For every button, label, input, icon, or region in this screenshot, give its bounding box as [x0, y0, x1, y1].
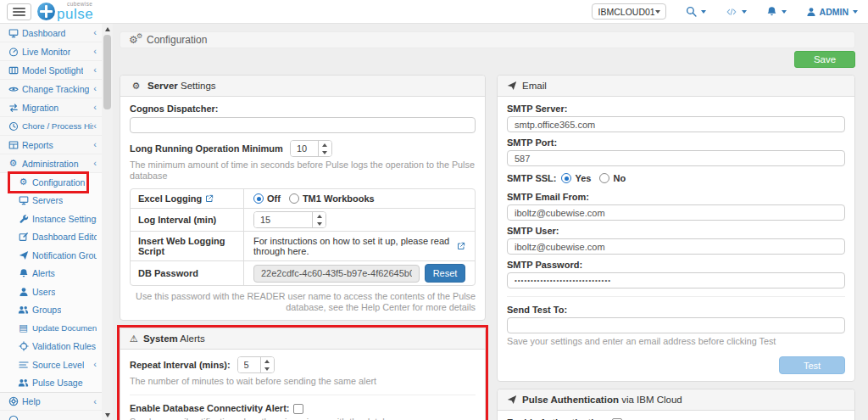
save-button[interactable]: Save	[794, 51, 855, 68]
sidebar-item-chore-process-history[interactable]: Chore / Process History ‹	[0, 117, 102, 136]
smtp-ssl-label: SMTP SSL:	[507, 173, 556, 184]
sidebar-item-administration[interactable]: ⚙ Administration ‹	[0, 154, 102, 173]
excel-logging-tm1-workbooks-radio[interactable]	[289, 193, 299, 204]
sidebar-item-servers[interactable]: Servers	[0, 192, 102, 210]
spin-up-button[interactable]	[319, 141, 331, 148]
sidebar-scrollbar	[102, 24, 113, 420]
sidebar-item-help[interactable]: Help ‹	[0, 392, 102, 411]
gears-icon: ⚙	[7, 159, 19, 168]
sidebar-item-reports[interactable]: Reports ‹	[0, 136, 102, 154]
clock-icon	[7, 121, 19, 132]
code-menu-button[interactable]	[726, 7, 747, 17]
excel-logging-off-radio[interactable]	[253, 193, 264, 204]
scroll-down-button[interactable]	[102, 410, 113, 420]
chevron-left-icon: ‹	[93, 103, 97, 112]
cognos-dispatcher-input[interactable]	[130, 117, 476, 133]
enable-db-connectivity-alert-label: Enable Database Connectivity Alert:	[130, 403, 289, 414]
paper-plane-icon	[17, 250, 30, 260]
system-alerts-panel: ⚠ System Alerts Repeat Interval (mins):	[120, 328, 486, 420]
email-header: Email	[498, 76, 854, 97]
enable-db-connectivity-alert-checkbox[interactable]	[293, 404, 303, 414]
server-select[interactable]: IBMCLOUD01	[592, 3, 666, 20]
external-link-icon[interactable]	[457, 242, 465, 250]
code-icon	[726, 7, 737, 17]
paper-plane-icon	[507, 395, 517, 405]
server-settings-header: ⚙ Server Settings	[120, 76, 485, 97]
pulse-configuration-page: { "colors": { "accent_blue": "#337ab7", …	[0, 0, 868, 420]
triangle-down-icon	[105, 413, 110, 417]
sidebar-item-users[interactable]: Users	[0, 283, 102, 301]
spin-up-button[interactable]	[313, 212, 326, 220]
chevron-left-icon: ‹	[93, 397, 97, 406]
sidebar-item-groups[interactable]: Groups	[0, 301, 102, 320]
cogs-icon: ⚙⚙	[129, 34, 142, 46]
sidebar-item-validation-rules[interactable]: Validation Rules	[0, 338, 102, 356]
search-icon	[686, 6, 697, 17]
pulse-authentication-header: Pulse Authentication via IBM Cloud	[498, 389, 854, 411]
long-running-help-text: The minimum amount of time in seconds be…	[130, 160, 476, 182]
monitor-icon	[17, 195, 30, 205]
sidebar-item-pulse-usage[interactable]: Pulse Usage	[0, 374, 102, 393]
admin-menu-button[interactable]: ADMIN	[806, 7, 858, 17]
web-logging-text: For instructions on how to set it up, pl…	[253, 236, 453, 256]
scroll-up-button[interactable]	[102, 24, 113, 34]
sidebar-item-dashboard[interactable]: Dashboard ‹	[0, 24, 102, 42]
brand-name-text: pulse	[57, 7, 93, 21]
chevron-left-icon: ‹	[93, 28, 97, 37]
sidebar-item-notification-groups[interactable]: Notification Groups	[0, 246, 102, 265]
main-content: ⚙⚙ Configuration Save ⚙ Server Settings …	[113, 24, 868, 420]
sidebar-item-source-level[interactable]: Source Level ‹	[0, 356, 102, 374]
sidebar-item-alerts[interactable]: Alerts	[0, 265, 102, 283]
smtp-email-from-input[interactable]	[507, 204, 845, 221]
long-running-minimum-label: Long Running Operation Minimum	[130, 143, 283, 154]
smtp-server-label: SMTP Server:	[507, 104, 567, 115]
sidebar-item-change-tracking[interactable]: Change Tracking ‹	[0, 80, 102, 98]
sidebar-item-configuration[interactable]: ⚙ Configuration	[0, 173, 102, 192]
sidebar-item-partial[interactable]	[0, 411, 102, 420]
smtp-ssl-yes-radio[interactable]	[561, 173, 571, 183]
sidebar-item-migration[interactable]: Migration ‹	[0, 98, 102, 117]
smtp-password-input[interactable]	[507, 272, 845, 288]
log-interval-spinner	[253, 211, 326, 228]
external-link-icon[interactable]	[205, 194, 214, 203]
repeat-interval-help-text: The number of minutes to wait before sen…	[130, 376, 476, 387]
web-logging-label: Insert Web Logging Script	[138, 236, 236, 256]
search-menu-button[interactable]	[686, 6, 706, 17]
spin-down-button[interactable]	[319, 148, 331, 156]
long-running-minimum-input[interactable]	[291, 141, 318, 156]
spin-up-button[interactable]	[261, 357, 274, 365]
sidebar-item-dashboard-editor[interactable]: Dashboard Editor	[0, 228, 102, 247]
gear-icon: ⚙	[17, 177, 30, 187]
spin-down-button[interactable]	[261, 365, 274, 372]
smtp-port-input[interactable]	[507, 150, 845, 166]
test-button[interactable]: Test	[779, 356, 845, 374]
pulse-authentication-panel: Pulse Authentication via IBM Cloud Enabl…	[497, 389, 855, 420]
send-test-to-input[interactable]	[507, 317, 845, 333]
pulse-logo: cubewise pulse	[37, 2, 93, 22]
chevron-left-icon: ‹	[93, 360, 97, 369]
smtp-ssl-no-radio[interactable]	[599, 173, 609, 183]
smtp-email-from-label: SMTP Email From:	[507, 192, 589, 203]
send-test-to-label: Send Test To:	[507, 305, 567, 316]
server-settings-panel: ⚙ Server Settings Cognos Dispatcher: Lon…	[120, 75, 486, 321]
sidebar-item-update-documentation[interactable]: ▤ Update Documentation	[0, 319, 102, 338]
menu-toggle-button[interactable]	[7, 3, 31, 20]
log-interval-input[interactable]	[254, 212, 312, 227]
gauge-icon	[7, 47, 19, 57]
repeat-interval-input[interactable]	[238, 357, 260, 372]
save-row: Save	[120, 51, 855, 68]
db-password-input	[253, 265, 420, 283]
eye-icon	[7, 84, 19, 94]
notifications-menu-button[interactable]	[766, 6, 787, 17]
smtp-user-input[interactable]	[507, 238, 845, 255]
sidebar-item-model-spotlight[interactable]: Model Spotlight ‹	[0, 61, 102, 80]
sidebar-item-instance-settings[interactable]: Instance Settings	[0, 210, 102, 228]
reset-password-button[interactable]: Reset	[425, 264, 465, 283]
sidebar-item-live-monitor[interactable]: Live Monitor ‹	[0, 42, 102, 61]
users-icon	[17, 305, 30, 315]
spin-down-button[interactable]	[313, 220, 326, 227]
scrollbar-thumb[interactable]	[103, 35, 111, 109]
caret-down-icon	[701, 10, 706, 14]
smtp-server-input[interactable]	[507, 116, 845, 132]
excel-logging-label: Excel Logging	[138, 193, 202, 204]
